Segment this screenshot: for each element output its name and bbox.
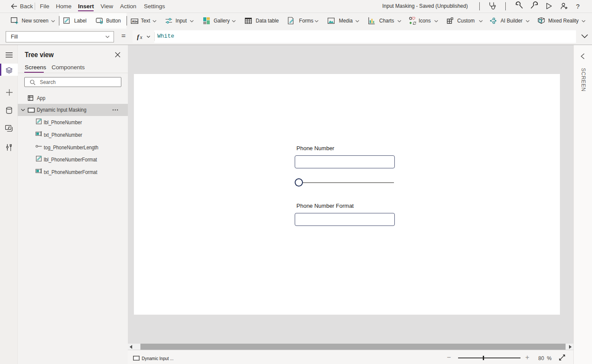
svg-text:x: x [140, 34, 143, 40]
svg-text:Abc: Abc [132, 19, 138, 23]
svg-text:f: f [137, 33, 140, 40]
